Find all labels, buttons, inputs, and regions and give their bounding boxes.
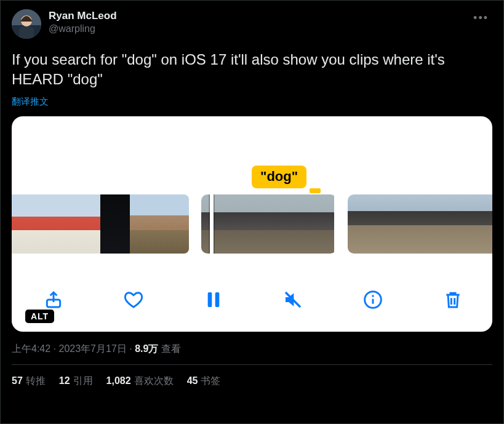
media-toolbar [12,289,492,311]
display-name: Ryan McLeod [49,9,117,23]
clip-thumbnail-group[interactable] [12,194,190,254]
more-button[interactable]: ••• [470,9,492,27]
trash-icon[interactable] [442,289,464,311]
svg-rect-5 [207,292,212,307]
playhead[interactable] [210,194,214,254]
translate-link[interactable]: 翻译推文 [12,96,492,108]
tweet-header: Ryan McLeod @warpling ••• [12,9,492,39]
tweet-time[interactable]: 上午4:42 [12,343,50,354]
user-block[interactable]: Ryan McLeod @warpling [49,9,117,36]
svg-rect-3 [19,26,34,39]
tweet-date[interactable]: 2023年7月17日 [58,343,126,354]
bookmarks-stat[interactable]: 45书签 [187,375,221,388]
likes-stat[interactable]: 1,082喜欢次数 [106,375,174,388]
info-icon[interactable] [362,289,384,311]
tweet-container: Ryan McLeod @warpling ••• If you search … [1,1,503,388]
user-handle: @warpling [49,23,117,36]
alt-badge[interactable]: ALT [25,310,54,323]
quotes-stat[interactable]: 12引用 [59,375,93,388]
views-count: 8.9万 [135,343,158,354]
clip-thumbnail-group[interactable] [348,194,492,254]
stats-row: 57转推 12引用 1,082喜欢次数 45书签 [12,365,492,388]
svg-rect-6 [215,292,219,307]
search-term-bubble: "dog" [252,166,306,188]
avatar-image [12,9,41,39]
video-timeline[interactable] [12,194,492,254]
retweets-stat[interactable]: 57转推 [12,375,46,388]
media-card[interactable]: "dog" [12,116,492,332]
svg-point-8 [372,295,374,297]
avatar[interactable] [12,9,41,39]
speaker-muted-icon[interactable] [282,289,304,311]
views-label: 查看 [158,343,180,354]
heart-icon[interactable] [122,289,145,311]
tweet-meta: 上午4:42 · 2023年7月17日 · 8.9万 查看 [12,343,492,356]
share-icon[interactable] [42,289,65,311]
bubble-tick [310,188,321,193]
tweet-text: If you search for "dog" on iOS 17 it'll … [12,50,492,90]
clip-thumbnail-group[interactable] [201,194,337,254]
pause-icon[interactable] [202,289,225,311]
